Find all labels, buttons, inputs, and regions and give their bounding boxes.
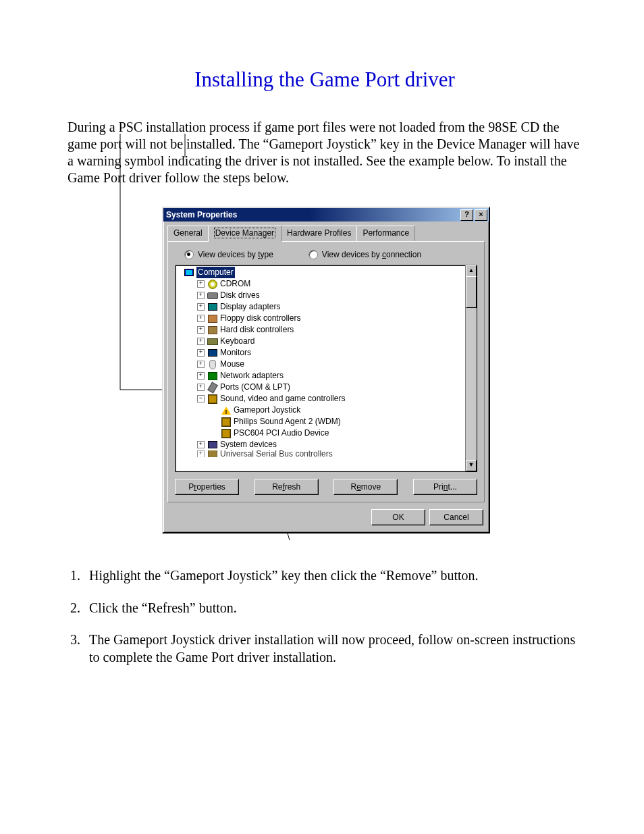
tree-item-usb-cut[interactable]: + Universal Serial Bus controllers (177, 450, 475, 457)
tree-item-network[interactable]: + Network adapters (177, 370, 475, 382)
tree-item-cdrom[interactable]: + CDROM (177, 278, 475, 290)
document-page: Installing the Game Port driver During a… (0, 0, 644, 721)
tree-item-monitors[interactable]: + Monitors (177, 347, 475, 359)
expand-icon[interactable]: + (197, 303, 205, 311)
floppy-icon (207, 313, 218, 324)
computer-icon (184, 267, 194, 278)
remove-button[interactable]: RemoveRemove (333, 479, 398, 495)
expand-icon[interactable]: + (197, 441, 205, 448)
tree-item-disk-drives[interactable]: + Disk drives (177, 290, 475, 301)
radio-view-by-connection[interactable]: View devices by connection View devices … (308, 250, 421, 259)
tree-item-hard-disk[interactable]: + Hard disk controllers (177, 324, 475, 336)
step-item: Click the “Refresh” button. (84, 600, 582, 617)
device-manager-page: View devices by type View devices by typ… (167, 241, 485, 502)
device-tree[interactable]: Computer + CDROM + Disk drives (175, 265, 477, 472)
tree-root-computer[interactable]: Computer (177, 267, 475, 278)
monitor-icon (207, 348, 218, 359)
steps-list: Highlight the “Gameport Joystick” key th… (68, 567, 582, 666)
system-properties-dialog: System Properties ? × General Device Man… (162, 207, 490, 533)
tree-item-gameport-joystick[interactable]: Gameport Joystick (177, 405, 475, 416)
dialog-title: System Properties (166, 210, 459, 219)
intro-paragraph: During a PSC installation process if gam… (68, 119, 582, 186)
tab-strip: General Device Manager Hardware Profiles… (167, 226, 485, 241)
keyboard-icon (207, 336, 218, 347)
expand-icon[interactable]: + (197, 338, 205, 345)
help-button[interactable]: ? (460, 209, 473, 221)
step-item: Highlight the “Gameport Joystick” key th… (84, 567, 582, 585)
tree-scrollbar[interactable]: ▲ ▼ (465, 265, 477, 471)
expand-icon[interactable]: + (197, 326, 205, 334)
scroll-up-icon[interactable]: ▲ (466, 265, 477, 277)
radio-dot-icon (308, 250, 318, 259)
expand-icon[interactable]: + (197, 361, 205, 368)
expand-icon[interactable]: + (197, 384, 205, 391)
sound-icon (221, 417, 232, 427)
expand-icon[interactable]: + (197, 280, 205, 288)
expand-icon[interactable]: + (197, 372, 205, 380)
close-button[interactable]: × (475, 209, 487, 221)
sound-icon (221, 428, 232, 439)
tab-general[interactable]: General (167, 226, 209, 241)
ports-icon (207, 382, 218, 393)
radio-view-by-type[interactable]: View devices by type View devices by typ… (184, 250, 273, 259)
mouse-icon (207, 359, 218, 370)
cdrom-icon (207, 279, 218, 290)
tree-item-floppy[interactable]: + Floppy disk controllers (177, 313, 475, 324)
tree-item-keyboard[interactable]: + Keyboard (177, 336, 475, 347)
tree-item-philips-wdm[interactable]: Philips Sound Agent 2 (WDM) (177, 416, 475, 427)
tree-item-psc604[interactable]: PSC604 PCI Audio Device (177, 427, 475, 439)
expand-icon[interactable]: + (197, 315, 205, 322)
page-title: Installing the Game Port driver (68, 68, 582, 92)
tree-item-mouse[interactable]: + Mouse (177, 359, 475, 370)
radio-dot-icon (184, 250, 194, 259)
system-icon (207, 440, 218, 450)
expand-icon[interactable]: + (197, 292, 205, 299)
usb-icon (207, 450, 218, 457)
scroll-down-icon[interactable]: ▼ (466, 460, 477, 471)
collapse-icon[interactable]: − (197, 395, 205, 402)
print-button[interactable]: Print...Print... (413, 479, 477, 495)
tree-item-sound-group[interactable]: − Sound, video and game controllers (177, 393, 475, 405)
properties-button[interactable]: PropertiesProperties (175, 479, 239, 495)
ok-button[interactable]: OK (371, 509, 425, 525)
disk-icon (207, 290, 218, 301)
tree-item-system-devices[interactable]: + System devices (177, 439, 475, 450)
scroll-thumb[interactable] (466, 276, 477, 308)
hard-disk-icon (207, 325, 218, 336)
tab-hardware-profiles[interactable]: Hardware Profiles (281, 226, 357, 241)
cancel-button[interactable]: Cancel (429, 509, 483, 525)
display-icon (207, 302, 218, 313)
sound-icon (207, 394, 218, 405)
network-icon (207, 371, 218, 382)
tree-item-display-adapters[interactable]: + Display adapters (177, 301, 475, 313)
refresh-button[interactable]: RefreshRefresh (254, 479, 319, 495)
tab-device-manager[interactable]: Device Manager (208, 226, 281, 242)
tree-item-ports[interactable]: + Ports (COM & LPT) (177, 382, 475, 393)
expand-icon[interactable]: + (197, 450, 205, 457)
warning-icon (221, 405, 232, 416)
expand-icon[interactable]: + (197, 349, 205, 357)
dialog-titlebar: System Properties ? × (163, 208, 489, 221)
step-item: The Gameport Joystick driver installatio… (84, 631, 582, 666)
tab-performance[interactable]: Performance (356, 226, 415, 241)
